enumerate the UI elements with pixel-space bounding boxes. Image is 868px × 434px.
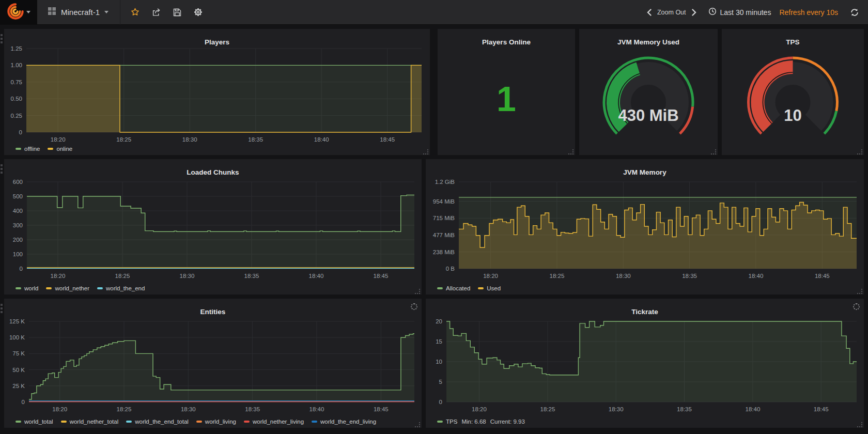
chart-canvas[interactable]: 0510152018:2018:2518:3018:3518:4018:45 [426, 299, 864, 428]
legend-item-world_nether_living[interactable]: world_nether_living [244, 419, 304, 425]
panel-title[interactable]: JVM Memory [426, 168, 864, 176]
legend-swatch [244, 421, 250, 423]
svg-text:18:35: 18:35 [682, 273, 697, 279]
panel-resize-handle[interactable] [414, 287, 421, 293]
chart-canvas[interactable]: 00.250.500.751.001.2518:2018:2518:3018:3… [4, 29, 430, 155]
legend-item-world_the_end[interactable]: world_the_end [97, 285, 145, 291]
panel-title[interactable]: Loaded Chunks [4, 168, 422, 176]
panel-jvm-memory: JVM Memory 0 B238 MiB477 MiB715 MiB954 M… [426, 159, 864, 295]
players-online-value: 1 [438, 42, 575, 155]
settings-gear-icon[interactable] [194, 8, 203, 17]
svg-text:50 K: 50 K [12, 367, 25, 373]
entities-chart[interactable]: 025 K50 K75 K100 K125 K18:2018:2518:3018… [4, 299, 422, 428]
time-range-picker[interactable]: Last 30 minutes [708, 7, 771, 18]
time-back-chevron-icon[interactable] [646, 9, 652, 16]
legend-item-world_nether[interactable]: world_nether [46, 285, 89, 291]
legend-label: world [24, 285, 38, 291]
legend-swatch [97, 287, 103, 289]
legend-item-world_the_end_living[interactable]: world_the_end_living [312, 419, 376, 425]
panel-resize-handle[interactable] [857, 421, 863, 427]
legend-swatch [46, 287, 52, 289]
tickrate-legend: TPSMin: 6.68Current: 9.93 [437, 419, 525, 425]
zoom-out-button[interactable]: Zoom Out [657, 9, 686, 16]
panel-resize-handle[interactable] [857, 287, 863, 293]
panel-resize-handle[interactable] [423, 148, 429, 154]
svg-text:200: 200 [13, 237, 23, 243]
row-drag-handle[interactable] [1, 304, 4, 313]
panel-title[interactable]: TPS [722, 38, 864, 46]
svg-text:18:30: 18:30 [182, 136, 197, 143]
svg-text:500: 500 [13, 193, 23, 199]
panel-resize-handle[interactable] [710, 148, 717, 154]
time-range-label: Last 30 minutes [720, 8, 771, 17]
chart-canvas[interactable]: 010020030040050060018:2018:2518:3018:351… [4, 159, 422, 295]
row-drag-handle[interactable] [1, 164, 4, 174]
svg-text:18:40: 18:40 [309, 406, 324, 412]
panel-players: Players 00.250.500.751.001.2518:2018:251… [4, 29, 430, 155]
legend-item-world_the_end_total[interactable]: world_the_end_total [126, 419, 189, 425]
svg-text:18:45: 18:45 [815, 273, 830, 279]
chart-canvas[interactable]: 025 K50 K75 K100 K125 K18:2018:2518:3018… [4, 299, 422, 428]
jvm-memory-chart[interactable]: 0 B238 MiB477 MiB715 MiB954 MiB1.2 GiB18… [426, 159, 864, 295]
share-icon[interactable] [152, 8, 161, 17]
row-drag-handle[interactable] [1, 34, 4, 43]
legend-item-Used[interactable]: Used [478, 285, 501, 291]
panel-title[interactable]: Players Online [438, 38, 575, 46]
panel-tps: TPS 10 [722, 29, 864, 155]
legend-swatch [16, 148, 21, 150]
gauge-canvas: 10 [722, 48, 864, 152]
legend-swatch [61, 421, 67, 423]
loading-spinner-icon [411, 303, 417, 310]
svg-text:477 MiB: 477 MiB [433, 232, 455, 238]
svg-text:18:20: 18:20 [483, 273, 498, 279]
dashboard-title: Minecraft-1 [61, 8, 100, 17]
legend-item-Allocated[interactable]: Allocated [437, 285, 470, 291]
legend-item-offline[interactable]: offline [16, 146, 40, 152]
panel-title[interactable]: Tickrate [426, 308, 864, 316]
svg-text:238 MiB: 238 MiB [433, 249, 455, 255]
svg-text:0.75: 0.75 [11, 79, 22, 85]
panel-resize-handle[interactable] [414, 421, 421, 427]
svg-text:18:25: 18:25 [115, 273, 130, 279]
svg-text:18:35: 18:35 [244, 273, 259, 279]
refresh-icon[interactable] [850, 8, 859, 17]
svg-text:18:20: 18:20 [472, 406, 487, 412]
svg-text:18:40: 18:40 [309, 273, 324, 279]
legend-item-world_total[interactable]: world_total [16, 419, 53, 425]
refresh-interval-picker[interactable]: Refresh every 10s [779, 8, 838, 17]
legend-item-world_living[interactable]: world_living [196, 419, 236, 425]
players-chart[interactable]: 00.250.500.751.001.2518:2018:2518:3018:3… [4, 29, 430, 155]
panel-title[interactable]: Entities [4, 308, 422, 316]
panel-resize-handle[interactable] [568, 148, 574, 154]
panel-jvm-memory-used: JVM Memory Used 430 MiB [579, 29, 718, 155]
svg-text:18:30: 18:30 [180, 273, 195, 279]
legend-item-world_nether_total[interactable]: world_nether_total [61, 419, 119, 425]
grafana-logo-menu[interactable] [0, 0, 37, 25]
svg-text:400: 400 [13, 208, 23, 214]
svg-text:18:45: 18:45 [380, 136, 395, 143]
legend-label: world_nether_total [70, 419, 119, 425]
panel-title[interactable]: JVM Memory Used [579, 38, 718, 46]
dashboard-picker[interactable]: Minecraft-1 [37, 0, 120, 25]
legend-item-online[interactable]: online [48, 146, 72, 152]
grafana-dashboard: Minecraft-1 [0, 0, 868, 434]
svg-text:5: 5 [439, 379, 442, 385]
loaded-chunks-chart[interactable]: 010020030040050060018:2018:2518:3018:351… [4, 159, 422, 295]
legend-item-TPS[interactable]: TPSMin: 6.68Current: 9.93 [437, 419, 525, 425]
time-forward-chevron-icon[interactable] [691, 9, 697, 16]
svg-text:100 K: 100 K [9, 334, 25, 340]
panel-title[interactable]: Players [4, 38, 430, 46]
svg-text:18:30: 18:30 [609, 406, 624, 412]
star-icon[interactable] [131, 8, 140, 17]
legend-label: world_nether_living [253, 419, 304, 425]
legend-label: TPS [446, 419, 457, 425]
svg-text:18:25: 18:25 [117, 406, 132, 412]
tickrate-chart[interactable]: 0510152018:2018:2518:3018:3518:4018:45 [426, 299, 864, 428]
legend-swatch [478, 287, 484, 289]
chevron-down-icon [26, 11, 30, 13]
save-icon[interactable] [173, 8, 181, 17]
legend-item-world[interactable]: world [16, 285, 38, 291]
panel-resize-handle[interactable] [857, 148, 863, 154]
panel-players-online: Players Online 1 [438, 29, 575, 155]
chart-canvas[interactable]: 0 B238 MiB477 MiB715 MiB954 MiB1.2 GiB18… [426, 159, 864, 295]
